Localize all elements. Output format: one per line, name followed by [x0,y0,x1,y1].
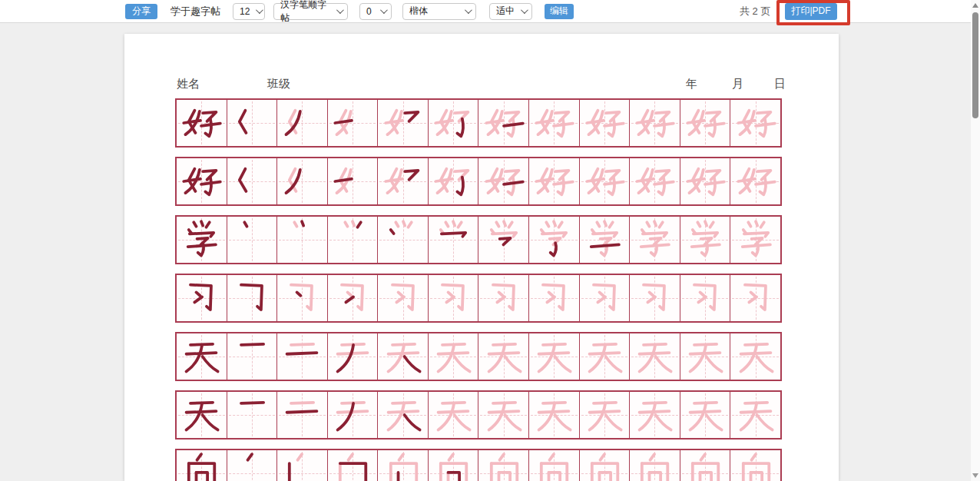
practice-cell [327,275,378,321]
grid-row [175,274,782,323]
practice-cell [579,450,630,481]
scroll-up-icon[interactable] [972,3,978,8]
chevron-down-icon [521,6,528,14]
practice-cell [680,217,730,263]
character-glyph-好 [382,102,424,144]
practice-cell [177,392,227,438]
character-glyph-学 [584,219,625,260]
character-glyph-好 [432,161,474,202]
scroll-down-icon[interactable] [972,473,978,478]
day-label: 日 [774,77,786,91]
edit-button[interactable]: 编辑 [545,4,574,19]
print-pdf-button[interactable]: 打印|PDF [785,3,837,20]
character-glyph-好 [382,161,424,202]
name-label: 姓名 [177,77,200,91]
character-glyph-好 [533,102,574,144]
character-glyph-学 [382,219,424,260]
font-size-select[interactable]: 12 [233,3,265,20]
practice-cell [528,392,579,438]
density-select[interactable]: 适中 [489,3,532,20]
practice-cell [227,333,277,380]
chevron-down-icon [465,6,472,14]
practice-cell [377,333,428,380]
practice-cell [629,158,680,204]
practice-cell [629,450,680,481]
character-glyph-向 [382,453,424,481]
practice-cell [528,158,579,204]
practice-cell [276,333,327,380]
vertical-scrollbar[interactable] [971,0,980,481]
practice-cell [478,100,528,146]
character-glyph-天 [382,336,424,377]
practice-cell [629,392,680,438]
font-select[interactable]: 楷体 [402,3,476,20]
grid-row [175,215,782,264]
character-glyph-学 [332,219,373,260]
scrollbar-thumb[interactable] [972,12,978,118]
share-button[interactable]: 分享 [125,4,157,19]
character-glyph-学 [231,219,273,260]
practice-cell [276,392,327,438]
practice-cell [730,392,780,438]
font-value: 楷体 [409,5,428,18]
font-size-value: 12 [240,6,250,17]
practice-cell [478,275,528,321]
practice-cell [177,158,227,204]
practice-cell [680,100,730,146]
practice-cell [377,392,428,438]
practice-cell [227,392,277,438]
toolbar: 分享 学于趣字帖 12 汉字笔顺字帖 0 楷体 适中 编辑 [0,0,980,22]
character-glyph-天 [684,336,726,377]
character-glyph-向 [735,453,776,481]
sheet-type-select[interactable]: 汉字笔顺字帖 [273,3,348,20]
character-glyph-好 [735,161,776,202]
character-glyph-天 [432,336,474,377]
practice-cell [528,217,579,263]
practice-cell [629,100,680,146]
character-glyph-好 [634,102,675,144]
offset-select[interactable]: 0 [359,3,392,20]
practice-cell [177,275,227,321]
character-glyph-好 [281,161,323,202]
chevron-down-icon [380,6,388,14]
practice-cell [377,158,428,204]
practice-cell [730,100,780,146]
character-glyph-天 [483,394,525,436]
sheet-type-value: 汉字笔顺字帖 [280,0,330,25]
practice-cell [177,217,227,263]
practice-cell [528,100,579,146]
character-glyph-习 [735,277,776,319]
practice-cell [730,333,780,380]
year-label: 年 [686,77,697,91]
character-glyph-天 [231,394,273,436]
character-glyph-好 [332,161,373,202]
character-glyph-学 [735,219,776,260]
practice-cell [177,100,227,146]
toolbar-divider [0,22,971,23]
practice-cell [680,333,730,380]
character-glyph-习 [432,277,474,319]
character-glyph-天 [432,394,474,436]
practice-cell [428,217,478,263]
practice-cell [478,333,528,380]
character-glyph-好 [634,161,675,202]
practice-cell [327,100,378,146]
character-glyph-学 [281,219,323,260]
practice-cell [276,450,327,481]
grid-row [175,332,782,381]
character-glyph-天 [735,336,776,377]
character-glyph-好 [684,102,726,144]
character-glyph-天 [231,336,273,377]
class-label: 班级 [267,77,290,91]
character-glyph-好 [735,102,776,144]
practice-cell [276,100,327,146]
practice-cell [227,100,277,146]
character-glyph-向 [281,453,323,481]
character-glyph-天 [584,336,625,377]
character-glyph-习 [332,277,373,319]
practice-cell [276,158,327,204]
character-glyph-天 [281,394,323,436]
character-glyph-天 [281,336,323,377]
character-glyph-学 [634,219,675,260]
character-glyph-好 [684,161,726,202]
